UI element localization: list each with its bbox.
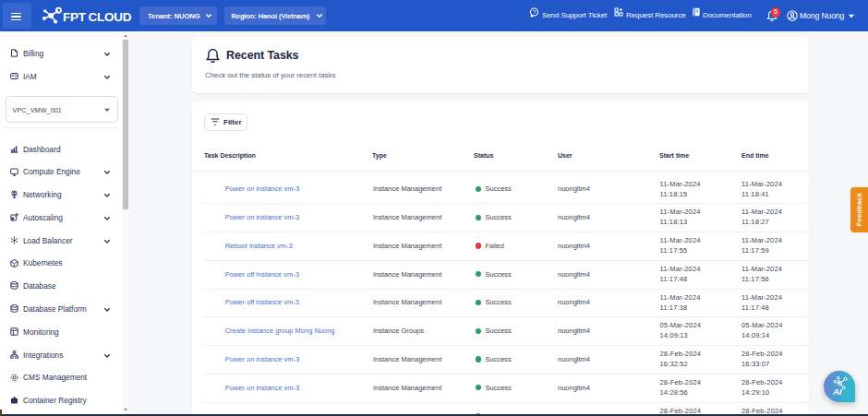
svg-text:AI: AI <box>832 386 842 397</box>
svg-text:?: ? <box>533 9 536 15</box>
